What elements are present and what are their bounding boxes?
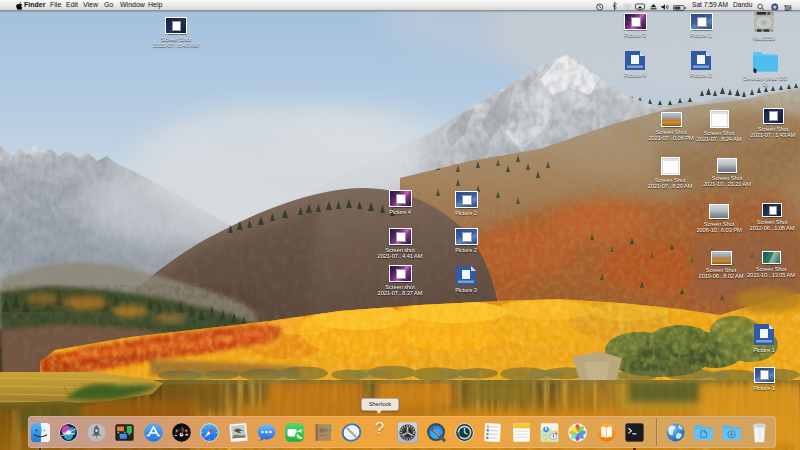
svg-text:♪: ♪ [181,425,183,430]
